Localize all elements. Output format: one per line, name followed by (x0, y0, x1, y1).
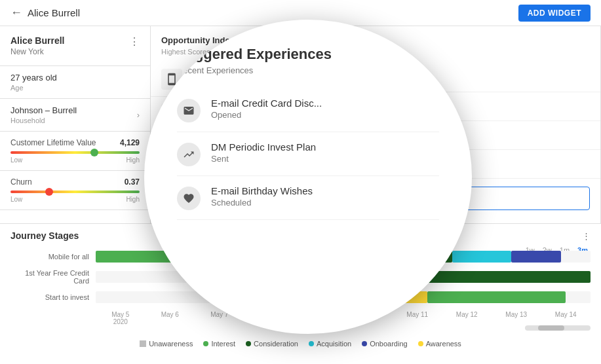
back-button[interactable]: ← (10, 6, 22, 20)
date-label-0: May 52020 (96, 311, 145, 325)
legend-awareness: Awareness (418, 340, 461, 348)
page-title: Alice Burrell (28, 7, 80, 18)
horizontal-scrollbar[interactable] (525, 325, 591, 331)
acquisition-swatch (309, 341, 314, 346)
onboarding-label: Onboarding (370, 340, 408, 348)
exp-info-1: E-mail Credit Card Disc... Opened (211, 98, 322, 120)
exp-name-3: E-mail Birthday Wishes (211, 185, 313, 196)
clv-label: Customer Lifetime Value (10, 138, 96, 147)
gantt-label-2: 1st Year Free Credit Card (10, 269, 96, 285)
age-value: 27 years old (10, 73, 140, 82)
triggered-experiences-panel[interactable]: Triggered Experiences Recent Experiences… (144, 20, 472, 334)
clv-high: High (126, 156, 140, 164)
legend-onboarding: Onboarding (362, 340, 408, 348)
gantt-bar-1-4 (511, 251, 561, 263)
profile-info: Alice Burrell New York (10, 35, 64, 56)
profile-header: Alice Burrell New York ⋮ (10, 35, 140, 56)
age-row: 27 years old Age (0, 66, 150, 99)
consideration-label: Consideration (254, 340, 298, 348)
exp-name-1: E-mail Credit Card Disc... (211, 98, 322, 109)
triggered-subtitle: Recent Experiences (177, 65, 439, 75)
churn-row: Churn 0.37 Low High (0, 171, 150, 210)
churn-slider (10, 191, 140, 193)
header-left: ← Alice Burrell (10, 6, 80, 20)
profile-name: Alice Burrell (10, 35, 64, 46)
churn-thumb (45, 188, 53, 196)
unawareness-swatch (140, 340, 146, 347)
consideration-swatch (246, 341, 251, 346)
heart-icon (177, 187, 201, 210)
legend-unawareness: Unawareness (140, 340, 193, 348)
interest-swatch (203, 341, 208, 346)
date-label-8: May 13 (492, 311, 541, 325)
household-value: Johnson – Burrell (10, 105, 77, 115)
legend-acquisition: Acquisition (309, 340, 351, 348)
churn-slider-labels: Low High (10, 196, 140, 203)
clv-value: 4,129 (120, 138, 140, 147)
exp-status-1: Opened (211, 110, 322, 120)
legend-consideration: Consideration (246, 340, 298, 348)
clv-header: Customer Lifetime Value 4,129 (10, 138, 140, 147)
exp-status-3: Scheduled (211, 198, 313, 208)
email-icon (177, 99, 201, 122)
exp-item-1: E-mail Credit Card Disc... Opened (177, 88, 439, 132)
awareness-label: Awareness (426, 340, 461, 348)
date-label-6: May 11 (393, 311, 442, 325)
clv-low: Low (10, 156, 22, 164)
churn-high: High (126, 196, 140, 203)
legend-interest: Interest (203, 340, 235, 348)
churn-header: Churn 0.37 (10, 177, 140, 187)
exp-name-2: DM Periodic Invest Plan (211, 141, 316, 153)
clv-slider-labels: Low High (10, 156, 140, 164)
date-label-1: May 6 (145, 311, 195, 325)
profile-location: New York (10, 47, 64, 56)
age-label: Age (10, 84, 140, 92)
trending-icon (177, 143, 201, 166)
chart-legend: Unawareness Interest Consideration Acqui… (0, 335, 601, 353)
churn-low: Low (10, 196, 22, 203)
profile-menu-icon[interactable]: ⋮ (129, 35, 140, 48)
gantt-label-1: Mobile for all (10, 253, 96, 261)
unawareness-label: Unawareness (149, 340, 193, 348)
journey-menu-icon[interactable]: ⋮ (582, 231, 591, 241)
clv-thumb (90, 149, 98, 156)
date-label-7: May 12 (442, 311, 492, 325)
profile-section: Alice Burrell New York ⋮ (0, 26, 150, 66)
household-label: Household (10, 117, 77, 124)
exp-item-2: DM Periodic Invest Plan Sent (177, 132, 439, 176)
exp-info-2: DM Periodic Invest Plan Sent (211, 141, 316, 164)
churn-value: 0.37 (125, 177, 140, 187)
clv-row: Customer Lifetime Value 4,129 Low High (0, 132, 150, 171)
household-row[interactable]: Johnson – Burrell Household › (0, 99, 150, 132)
exp-item-3: E-mail Birthday Wishes Scheduled (177, 176, 439, 220)
exp-info-3: E-mail Birthday Wishes Scheduled (211, 185, 313, 208)
exp-status-2: Sent (211, 154, 316, 164)
acquisition-label: Acquisition (317, 340, 351, 348)
gantt-label-3: Start to invest (10, 293, 96, 301)
household-info: Johnson – Burrell Household (10, 105, 77, 124)
scrollbar-thumb[interactable] (538, 325, 564, 331)
gantt-bar-3-2 (427, 291, 566, 303)
interest-label: Interest (211, 340, 235, 348)
chevron-right-icon: › (137, 110, 140, 120)
awareness-swatch (418, 341, 423, 346)
triggered-title: Triggered Experiences (177, 46, 439, 63)
churn-label: Churn (10, 177, 32, 187)
date-label-9: May 14 (541, 311, 591, 325)
onboarding-swatch (362, 341, 367, 346)
gantt-bar-1-3 (452, 251, 512, 263)
add-widget-button[interactable]: ADD WIDGET (518, 5, 591, 22)
journey-title: Journey Stages (10, 230, 79, 241)
clv-slider (10, 151, 140, 154)
